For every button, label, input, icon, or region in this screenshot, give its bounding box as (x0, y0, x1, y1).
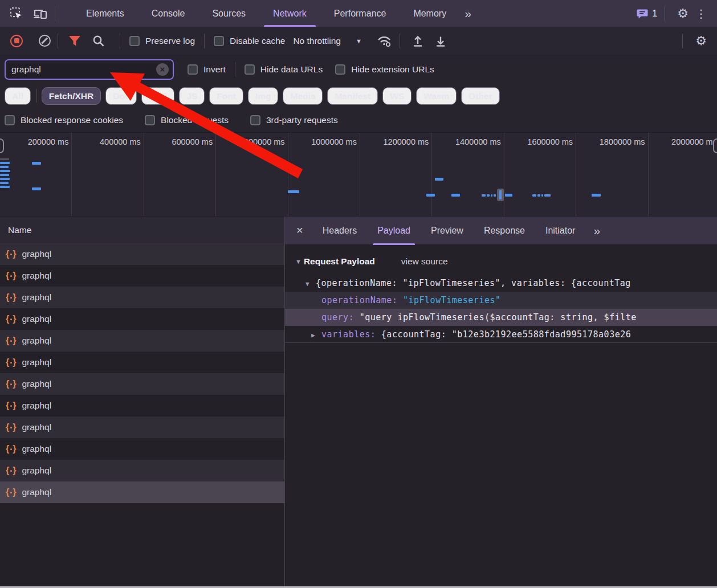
record-network-log-button[interactable] (10, 35, 23, 47)
resource-type-chip[interactable]: Fetch/XHR (42, 87, 101, 105)
request-row[interactable]: {} graphql (0, 460, 284, 481)
view-source-link[interactable]: view source (401, 256, 448, 267)
resource-type-chip[interactable]: JS (179, 87, 205, 105)
filter-toggle-button[interactable] (68, 35, 81, 46)
timeline-request-mark (537, 194, 540, 197)
request-row[interactable]: {} graphql (0, 243, 284, 265)
timeline-request-mark (494, 194, 496, 197)
request-payload-section[interactable]: ▼ Request Payload view source (285, 253, 717, 270)
overview-left-handle[interactable] (0, 138, 4, 153)
timeline-column: 600000 ms (144, 133, 216, 216)
timeline-column: 1200000 ms (360, 133, 432, 216)
disable-cache-checkbox[interactable]: Disable cache (214, 36, 285, 46)
resource-type-chip[interactable]: All (5, 87, 31, 105)
timeline-request-mark (541, 194, 543, 197)
main-tab[interactable]: Memory (400, 0, 460, 27)
search-icon (92, 35, 105, 47)
device-toolbar-icon (33, 7, 48, 21)
resource-type-chip[interactable]: Doc (105, 87, 137, 105)
hide-data-urls-checkbox[interactable]: Hide data URLs (245, 64, 323, 75)
main-tab[interactable]: Network (259, 0, 320, 27)
timeline-tick-label: 200000 ms (0, 133, 71, 146)
resource-type-chip[interactable]: CSS (141, 87, 174, 105)
main-tab[interactable]: Sources (198, 0, 259, 27)
timeline-tick-label: 1000000 ms (288, 133, 360, 146)
request-row[interactable]: {} graphql (0, 352, 284, 373)
main-tab[interactable]: Performance (320, 0, 400, 27)
kebab-menu-icon[interactable]: ⋮ (694, 8, 710, 19)
details-tab[interactable]: Preview (421, 217, 474, 245)
device-toolbar-icon[interactable] (33, 6, 48, 21)
blocked-response-cookies-checkbox[interactable]: Blocked response cookies (5, 115, 123, 125)
throttling-dropdown[interactable]: No throttling ▼ (293, 36, 361, 46)
request-details-panel: × HeadersPayloadPreviewResponseInitiator… (285, 217, 717, 588)
request-row[interactable]: {} graphql (0, 287, 284, 308)
divider (235, 62, 235, 77)
request-row[interactable]: {} graphql (0, 308, 284, 330)
request-name: graphql (22, 271, 51, 281)
tabbar-right-controls: 1 ⚙ ⋮ (637, 6, 717, 21)
settings-gear-icon[interactable]: ⚙ (671, 7, 694, 20)
filter-input[interactable]: graphql × (5, 59, 174, 80)
payload-variables-line[interactable]: ▶variables: {accountTag: "b12e3b2192ee55… (285, 326, 717, 343)
request-row[interactable]: {} graphql (0, 438, 284, 460)
main-tab-label: Console (152, 9, 185, 18)
chip-label: Other (469, 91, 492, 101)
search-button[interactable] (92, 35, 105, 47)
main-tab[interactable]: Console (138, 0, 199, 27)
payload-query-line[interactable]: query: "query ipFlowTimeseries($accountT… (285, 309, 717, 326)
resource-type-chip[interactable]: Manifest (327, 87, 378, 105)
request-name: graphql (22, 357, 51, 368)
clear-filter-icon[interactable]: × (156, 63, 169, 76)
blocked-requests-checkbox[interactable]: Blocked requests (145, 115, 229, 125)
timeline-request-mark (0, 162, 10, 164)
details-tab[interactable]: Headers (312, 217, 367, 245)
timeline-request-mark (544, 194, 551, 197)
request-row[interactable]: {} graphql (0, 330, 284, 352)
timeline-tick-label: 2000000 ms (649, 133, 717, 146)
checkbox (145, 115, 155, 125)
details-tab[interactable]: Payload (367, 217, 421, 245)
clear-network-log-button[interactable] (39, 35, 51, 47)
timeline-request-mark (32, 187, 41, 190)
request-row[interactable]: {} graphql (0, 395, 284, 416)
close-details-icon[interactable]: × (285, 224, 312, 237)
import-har-button[interactable] (412, 35, 424, 47)
request-row[interactable]: {} graphql (0, 373, 284, 395)
blocked-filters-row: Blocked response cookies Blocked request… (0, 108, 717, 132)
main-tab[interactable]: Elements (72, 0, 138, 27)
more-panels-icon[interactable]: » (460, 7, 475, 21)
name-column-header[interactable]: Name (0, 217, 284, 243)
export-har-button[interactable] (434, 35, 447, 47)
inspect-element-icon[interactable] (9, 6, 24, 21)
main-tab-label: Elements (86, 9, 124, 18)
issues-button[interactable]: 1 (637, 9, 657, 19)
network-conditions-button[interactable] (377, 35, 393, 47)
timeline-tick-label: 600000 ms (144, 133, 215, 146)
third-party-requests-checkbox[interactable]: 3rd-party requests (250, 115, 338, 125)
request-row[interactable]: {} graphql (0, 481, 284, 503)
overview-right-handle[interactable] (713, 138, 717, 153)
details-tab[interactable]: Initiator (535, 217, 585, 245)
json-request-icon: {} (6, 466, 16, 476)
main-tab-label: Memory (413, 9, 446, 18)
preserve-log-checkbox[interactable]: Preserve log (129, 36, 195, 46)
hide-extension-urls-checkbox[interactable]: Hide extension URLs (335, 64, 434, 75)
request-row[interactable]: {} graphql (0, 416, 284, 438)
request-name: graphql (22, 487, 51, 497)
details-tab[interactable]: Response (474, 217, 535, 245)
resource-type-chip[interactable]: WS (382, 87, 412, 105)
resource-type-chip[interactable]: Wasm (416, 87, 457, 105)
invert-checkbox[interactable]: Invert (188, 64, 226, 75)
resource-type-chip[interactable]: Font (209, 87, 243, 105)
payload-operation-name-line[interactable]: operationName: "ipFlowTimeseries" (285, 292, 717, 309)
resource-type-chip[interactable]: Media (283, 87, 323, 105)
resource-type-chip[interactable]: Other (461, 87, 499, 105)
resource-type-chip[interactable]: Img (248, 87, 279, 105)
payload-root-line[interactable]: ▼{operationName: "ipFlowTimeseries", var… (285, 275, 717, 292)
timeline-column: 1400000 ms (432, 133, 504, 216)
request-row[interactable]: {} graphql (0, 265, 284, 287)
network-settings-gear-icon[interactable]: ⚙ (690, 35, 717, 47)
network-overview-timeline[interactable]: 200000 ms400000 ms600000 ms800000 ms1000… (0, 132, 717, 217)
more-details-tabs-icon[interactable]: » (589, 224, 604, 238)
